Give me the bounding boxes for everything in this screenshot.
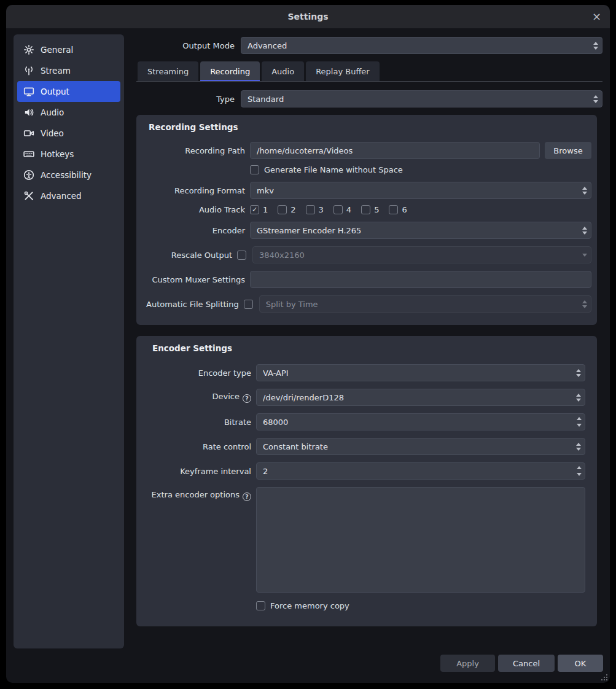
titlebar[interactable]: Settings × [6, 5, 610, 28]
audio-track-2-checkbox[interactable] [278, 205, 287, 214]
recording-settings-group: Recording Settings Recording Path Browse… [136, 115, 597, 325]
bitrate-input[interactable] [256, 413, 585, 430]
rescale-resolution-value: 3840x2160 [259, 251, 305, 260]
device-label-wrap: Device? [146, 392, 251, 403]
file-splitting-mode-select[interactable]: Split by Time [259, 295, 591, 313]
sidebar-item-audio[interactable]: Audio [17, 102, 120, 123]
spinner-arrows-icon[interactable] [577, 413, 582, 430]
dialog-buttons: Apply Cancel OK [440, 655, 603, 672]
chevron-updown-icon [576, 389, 581, 405]
audio-track-5-checkbox[interactable] [361, 205, 370, 214]
encoder-value: GStreamer Encoder H.265 [257, 226, 361, 235]
file-splitting-mode-value: Split by Time [266, 300, 318, 309]
gear-icon [23, 44, 34, 55]
force-memory-copy-checkbox[interactable] [256, 601, 265, 610]
encoder-type-label: Encoder type [146, 368, 251, 378]
chevron-updown-icon [576, 365, 581, 381]
extra-options-label-wrap: Extra encoder options? [146, 490, 251, 501]
output-mode-select[interactable]: Advanced [241, 37, 602, 54]
bitrate-spinner[interactable] [256, 413, 585, 430]
audio-track-1-checkbox[interactable] [250, 205, 259, 214]
chevron-updown-icon [593, 91, 598, 107]
recording-format-label: Recording Format [146, 186, 245, 195]
sidebar-item-label: Hotkeys [41, 149, 74, 159]
keyframe-interval-spinner[interactable] [256, 462, 585, 480]
audio-track-2-label: 2 [290, 205, 295, 214]
sidebar-item-accessibility[interactable]: Accessibility [17, 165, 120, 185]
extra-encoder-options-input[interactable] [256, 487, 585, 593]
chevron-down-icon [582, 247, 587, 263]
keyboard-icon [23, 149, 34, 160]
tab-streaming[interactable]: Streaming [138, 61, 198, 81]
broadcast-icon [23, 65, 34, 76]
encoder-type-select[interactable]: VA-API [256, 364, 585, 381]
output-mode-label: Output Mode [136, 41, 235, 50]
recording-format-value: mkv [257, 186, 274, 195]
browse-button[interactable]: Browse [545, 142, 591, 159]
sidebar-item-label: Video [41, 128, 64, 138]
spinner-arrows-icon[interactable] [577, 462, 582, 480]
force-memory-copy-label: Force memory copy [270, 601, 349, 610]
rescale-output-checkbox[interactable] [237, 251, 246, 260]
tab-audio[interactable]: Audio [262, 61, 304, 81]
no-space-label: Generate File Name without Space [264, 165, 403, 174]
sidebar-item-stream[interactable]: Stream [17, 60, 120, 81]
audio-track-label: Audio Track [146, 205, 245, 214]
apply-button[interactable]: Apply [440, 655, 495, 672]
audio-track-4-label: 4 [346, 205, 351, 214]
extra-encoder-options-label: Extra encoder options [152, 490, 240, 499]
keyframe-interval-label: Keyframe interval [146, 467, 251, 476]
sidebar-item-label: Audio [41, 107, 64, 117]
video-camera-icon [23, 128, 34, 139]
custom-muxer-input[interactable] [250, 271, 591, 288]
sidebar-item-general[interactable]: General [17, 39, 120, 60]
bitrate-label: Bitrate [146, 418, 251, 427]
file-splitting-checkbox[interactable] [244, 300, 253, 309]
window-title: Settings [287, 12, 328, 21]
chevron-updown-icon [582, 182, 587, 198]
audio-track-4-checkbox[interactable] [333, 205, 343, 214]
sidebar-item-video[interactable]: Video [17, 123, 120, 144]
keyframe-interval-input[interactable] [256, 462, 585, 480]
rate-control-label: Rate control [146, 442, 251, 451]
device-label: Device [212, 392, 240, 401]
tab-replay-buffer[interactable]: Replay Buffer [306, 61, 380, 81]
help-icon[interactable]: ? [243, 492, 251, 501]
recording-type-value: Standard [248, 95, 284, 104]
device-select[interactable]: /dev/dri/renderD128 [256, 389, 585, 406]
chevron-updown-icon [582, 296, 587, 312]
sidebar-item-label: Advanced [41, 191, 82, 201]
encoder-select[interactable]: GStreamer Encoder H.265 [250, 222, 591, 239]
output-settings-panel: Output Mode Advanced Streaming Recording… [136, 37, 602, 626]
output-monitor-icon [23, 86, 34, 97]
rate-control-value: Constant bitrate [263, 442, 328, 451]
rate-control-select[interactable]: Constant bitrate [256, 438, 585, 455]
recording-path-input[interactable] [250, 142, 540, 159]
sidebar-item-label: General [41, 45, 73, 55]
speaker-icon [23, 107, 34, 118]
sidebar-item-output[interactable]: Output [17, 81, 120, 102]
audio-track-1-label: 1 [263, 205, 268, 214]
resize-grip[interactable] [606, 679, 607, 680]
recording-type-select[interactable]: Standard [241, 90, 602, 107]
sidebar: General Stream Output Audio Video Hotkey… [14, 34, 124, 648]
audio-track-6-checkbox[interactable] [389, 205, 398, 214]
close-button[interactable]: × [592, 11, 601, 22]
help-icon[interactable]: ? [243, 394, 251, 403]
no-space-checkbox[interactable] [250, 165, 259, 174]
rescale-resolution-select[interactable]: 3840x2160 [252, 246, 591, 263]
tab-recording[interactable]: Recording [200, 61, 260, 81]
encoder-type-value: VA-API [263, 368, 289, 378]
recording-format-select[interactable]: mkv [250, 182, 591, 199]
file-splitting-label: Automatic File Splitting [146, 300, 239, 309]
audio-track-3-checkbox[interactable] [306, 205, 315, 214]
crossed-tools-icon [23, 190, 34, 201]
sidebar-item-advanced[interactable]: Advanced [17, 185, 120, 206]
output-tabbar: Streaming Recording Audio Replay Buffer [136, 61, 602, 82]
custom-muxer-label: Custom Muxer Settings [146, 275, 245, 284]
recording-path-label: Recording Path [146, 146, 245, 155]
ok-button[interactable]: OK [558, 655, 603, 672]
cancel-button[interactable]: Cancel [498, 655, 555, 672]
sidebar-item-hotkeys[interactable]: Hotkeys [17, 144, 120, 165]
encoder-settings-group: Encoder Settings Encoder type VA-API Dev… [136, 336, 597, 626]
